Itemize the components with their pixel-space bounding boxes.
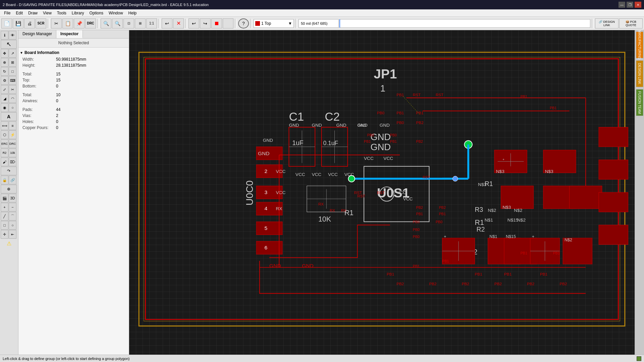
blank-button[interactable] — [223, 18, 233, 28]
fusion-team-button[interactable]: FUSION TEAM — [636, 89, 643, 116]
optimize-tool[interactable]: ⤢ — [1, 85, 8, 94]
select-tool[interactable]: ↖ — [1, 40, 17, 49]
polygon-tool[interactable]: ⬡ — [1, 130, 8, 139]
mirror-tool[interactable]: ⊞ — [9, 58, 16, 67]
marker-tool[interactable]: ⇤ — [9, 230, 16, 239]
dimension-tool[interactable]: ⟺ — [1, 121, 8, 130]
titlebar: 2 Board - D:\SAVING PRAIVITE FILES(ABDEL… — [0, 0, 644, 9]
save-button[interactable]: 💾 — [13, 18, 23, 28]
manufacturing-button[interactable]: MANUFACTURING — [636, 32, 643, 58]
design-link-button[interactable]: 🔗 DESIGNLINK — [595, 18, 619, 28]
3d-tool[interactable]: 3D — [9, 194, 16, 202]
plus-tool[interactable]: + — [1, 203, 8, 212]
paste-button[interactable]: 📌 — [74, 18, 85, 28]
menu-tools[interactable]: Tools — [54, 10, 69, 16]
svg-text:RX: RX — [318, 202, 324, 206]
rect-tool[interactable]: □ — [1, 221, 8, 230]
text-tool[interactable]: A — [1, 112, 17, 121]
design-10k-tool[interactable]: 10k — [9, 148, 16, 157]
copy-tool[interactable]: ⊕ — [1, 58, 8, 67]
split-tool[interactable]: ✂ — [9, 85, 16, 94]
tab-inspector[interactable]: Inspector — [56, 30, 83, 38]
menu-options[interactable]: Options — [87, 10, 106, 16]
help-button[interactable]: ? — [238, 18, 249, 28]
menu-edit[interactable]: Edit — [13, 10, 25, 16]
script-button[interactable]: SCR — [36, 18, 46, 28]
menu-help[interactable]: Help — [126, 10, 140, 16]
svg-text:2: 2 — [264, 168, 267, 174]
drc-label[interactable]: DRC — [9, 139, 16, 148]
total-components-value: 15 — [56, 72, 60, 76]
top-label: Top: — [22, 78, 56, 82]
new-button[interactable]: 📄 — [1, 18, 12, 28]
design-link-sidebar-button[interactable]: DESIGN LINK — [636, 60, 643, 87]
smash-tool[interactable]: ⌨ — [9, 76, 16, 85]
zoom-area-button[interactable]: ⊞ — [135, 18, 146, 28]
zoom-fit-button[interactable]: ⊡ — [123, 18, 134, 28]
copy-button[interactable]: 📋 — [62, 18, 73, 28]
board-info-toggle[interactable]: ▼ Board Information — [20, 49, 127, 56]
command-input[interactable] — [339, 19, 590, 28]
cam-tool[interactable]: 🎬 — [1, 194, 8, 202]
pcb-canvas-area[interactable]: JP1 1 C1 C2 GND GND 1uF 0.1uF GND GND GN… — [129, 30, 635, 355]
menu-file[interactable]: File — [1, 10, 13, 16]
line-tool[interactable]: ╱ — [1, 212, 8, 221]
delete-button[interactable]: ✕ — [173, 18, 184, 28]
pcb-quote-button[interactable]: 📦 PCBQUOTE — [619, 18, 643, 28]
eraser-tool[interactable]: ⌦ — [9, 158, 16, 166]
arc-tool[interactable]: ◠ — [9, 94, 16, 103]
svg-text:PB2: PB2 — [439, 205, 446, 209]
maximize-button[interactable]: ❐ — [627, 2, 633, 8]
arc2-tool[interactable]: ⌒ — [9, 212, 16, 221]
close-button[interactable]: ✕ — [635, 2, 641, 8]
menu-library[interactable]: Library — [69, 10, 87, 16]
minus-tool[interactable]: − — [9, 203, 16, 212]
print-button[interactable]: 🖨 — [24, 18, 35, 28]
svg-text:RST: RST — [436, 93, 443, 97]
erc-label[interactable]: ERC — [1, 139, 8, 148]
via-tool[interactable]: ○ — [9, 103, 16, 112]
netclass-tool[interactable]: 🔗 — [9, 176, 16, 184]
lock-tool[interactable]: 🔒 — [1, 176, 8, 184]
statusbar: Left-click & drag to define group (or le… — [0, 355, 644, 362]
crosshair-tool[interactable]: ⊕ — [1, 185, 17, 193]
eye-tool[interactable]: 👁 — [9, 31, 16, 40]
right-sidebar: MANUFACTURING DESIGN LINK FUSION TEAM — [635, 30, 644, 355]
cut-button[interactable]: ✂ — [51, 18, 62, 28]
drc-button[interactable]: DRC — [85, 18, 96, 28]
design-r2-tool[interactable]: R2 — [1, 148, 8, 157]
zoom-100-button[interactable]: 1:1 — [146, 18, 157, 28]
pad-tool[interactable]: ◉ — [1, 103, 8, 112]
group-tool[interactable]: □ — [9, 67, 16, 76]
redo-button[interactable]: ↪ — [200, 18, 211, 28]
ratsnest-tool[interactable]: ⚡ — [9, 130, 16, 139]
align-tool[interactable]: ≡ — [9, 121, 16, 130]
pcb-view[interactable]: JP1 1 C1 C2 GND GND 1uF 0.1uF GND GND GN… — [129, 30, 635, 355]
svg-text:C1: C1 — [289, 110, 304, 123]
menu-draw[interactable]: Draw — [25, 10, 40, 16]
svg-text:PB2: PB2 — [416, 120, 424, 125]
menu-window[interactable]: Window — [106, 10, 126, 16]
svg-text:PB0: PB0 — [377, 111, 385, 115]
tab-design-manager[interactable]: Design Manager — [18, 30, 56, 38]
undo-button[interactable]: ↩ — [162, 18, 172, 28]
paint-tool[interactable]: 🖌 — [1, 158, 8, 166]
stop-button[interactable]: ⏹ — [211, 18, 222, 28]
circle-tool[interactable]: ○ — [9, 221, 16, 230]
top-value: 15 — [56, 78, 60, 82]
rotate-tool[interactable]: ↻ — [1, 67, 8, 76]
change-tool[interactable]: ⚙ — [1, 76, 8, 85]
move-tool[interactable]: ✥ — [1, 49, 8, 58]
zoom-out-button[interactable]: 🔍 — [101, 18, 111, 28]
zoom-in-button[interactable]: 🔍 — [112, 18, 123, 28]
layer-selector[interactable]: 1 Top ▼ — [254, 19, 294, 28]
menu-view[interactable]: View — [40, 10, 54, 16]
probe-tool[interactable]: ↷ — [1, 167, 17, 175]
info-tool[interactable]: ℹ — [1, 31, 8, 40]
manufacturing-label: MANUFACTURING — [638, 30, 641, 59]
cross-tool[interactable]: ✛ — [1, 230, 8, 239]
miter-tool[interactable]: ◢ — [1, 94, 8, 103]
minimize-button[interactable]: — — [619, 2, 625, 8]
route-tool[interactable]: ↗ — [9, 49, 16, 58]
undo2-button[interactable]: ↩ — [189, 18, 199, 28]
